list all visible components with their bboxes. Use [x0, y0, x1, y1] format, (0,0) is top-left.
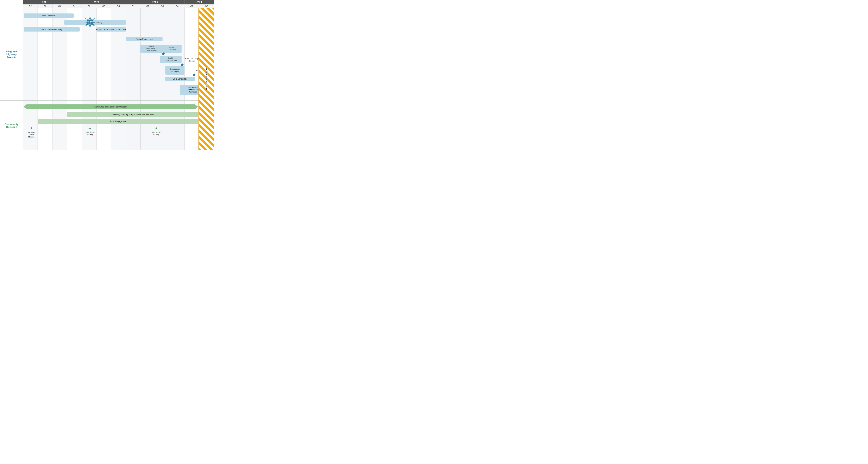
svg-marker-1: [161, 52, 165, 56]
quarter-header-row: Q2 Q3 Q4 Q1 Q2 Q3 Q4 Q1 Q2 Q3 Q4 Q1 Q2: [23, 4, 217, 8]
main-body: DiagonalHighwayProjects CommunityOutreac…: [0, 8, 217, 150]
q-2021-q2: Q2: [23, 4, 38, 8]
joint-meeting-1-star: [84, 126, 96, 131]
svg-marker-3: [192, 72, 196, 76]
highway-label: DiagonalHighwayProjects: [0, 8, 23, 100]
gantt-grid: Data Collection Preliminary Design Preli…: [23, 8, 214, 150]
year-2022: 2022: [67, 0, 126, 4]
outreach-arrow-left: [24, 104, 27, 109]
q-2021-q3: Q3: [38, 4, 52, 8]
q-2024-q1: Q1: [184, 4, 199, 8]
project-delivery-bar: Project Delivery Selection/Approval: [97, 27, 126, 32]
community-outreach-row: Community and Stakeholder Outreach: [24, 104, 198, 110]
star-icon-1: [161, 52, 165, 56]
year-header-row: 2021 2022 2023 2024: [23, 0, 217, 4]
q-2021-q4: Q4: [53, 4, 67, 8]
year-2024: 2024: [184, 0, 214, 4]
svg-marker-4: [30, 127, 33, 129]
joint-meeting-2-star: [150, 126, 162, 131]
star-icon-3: [192, 72, 196, 76]
svg-marker-6: [155, 127, 157, 129]
cmgc-selection-bar: CM/GCSelection: [162, 44, 182, 53]
q-2022-q2: Q2: [82, 4, 96, 8]
cmgc-milestone-star: [161, 52, 165, 56]
star-icon-bikeway: [29, 126, 33, 131]
construction-begins-panel: Construction Begins: [198, 8, 214, 150]
highway-section: Data Collection Preliminary Design Preli…: [23, 8, 214, 100]
q-2023-q1: Q1: [126, 4, 141, 8]
left-labels: DiagonalHighwayProjects CommunityOutreac…: [0, 8, 23, 150]
q-2024-q2: Q2: [199, 4, 214, 8]
community-label: CommunityOutreach: [0, 100, 23, 150]
cp1-final-design-label: CP 1 Final DesignReview: [184, 58, 200, 62]
star-icon-joint2: [154, 126, 158, 131]
joint-meeting-1-label: Joint PublicMeeting: [84, 131, 96, 136]
q-2023-q4: Q4: [170, 4, 184, 8]
bikeway-meeting-group: Bikeway PublicMeeting: [26, 126, 37, 138]
cp1-package-bar: ConstructionPackage 1: [165, 66, 184, 74]
preliminary-design-review-milestone: PreliminaryDesignReview(30%): [83, 16, 97, 29]
gantt-chart: 2021 2022 2023 2024 Q2 Q3 Q4 Q1 Q2 Q3 Q4…: [0, 0, 217, 150]
year-2021: 2021: [23, 0, 67, 4]
q-2023-q2: Q2: [141, 4, 155, 8]
design-progression-bar: Design Progression: [126, 37, 162, 41]
cp1-contracting-bar: CP 1 Contracting: [165, 77, 195, 81]
star-icon-joint1: [88, 126, 92, 131]
advisory-committees-bar: Community Advisory & Equity Advisory Com…: [67, 112, 198, 117]
public-engagement-bar: Public Engagement: [38, 119, 198, 124]
q-2022-q4: Q4: [111, 4, 126, 8]
year-2023: 2023: [126, 0, 184, 4]
q-2022-q3: Q3: [96, 4, 111, 8]
community-section: Community and Stakeholder Outreach Commu…: [23, 100, 214, 150]
svg-marker-5: [89, 127, 91, 129]
cp1-ntp-star: [192, 72, 196, 76]
community-outreach-bar: Community and Stakeholder Outreach: [27, 104, 195, 109]
bikeway-meeting-label: Bikeway PublicMeeting: [26, 131, 37, 138]
cmgc-contracting-bar: CM/GCContracting/ NTP: [160, 56, 182, 63]
outreach-arrow-right: [195, 104, 198, 109]
q-2022-q1: Q1: [67, 4, 82, 8]
traffic-study-bar: Traffic Alternatives Study: [24, 27, 80, 32]
cmgc-adv-bar: CM/GCAdvertisement /Procurement: [141, 44, 162, 53]
joint-meeting-2-label: Joint PublicMeeting: [150, 131, 162, 136]
joint-meeting-1-group: Joint PublicMeeting: [84, 126, 96, 136]
data-collection-bar: Data Collection: [24, 13, 74, 18]
svg-marker-2: [180, 63, 184, 66]
joint-meeting-2-group: Joint PublicMeeting: [150, 126, 162, 136]
q-2023-q3: Q3: [155, 4, 170, 8]
bikeway-star: [26, 126, 37, 131]
